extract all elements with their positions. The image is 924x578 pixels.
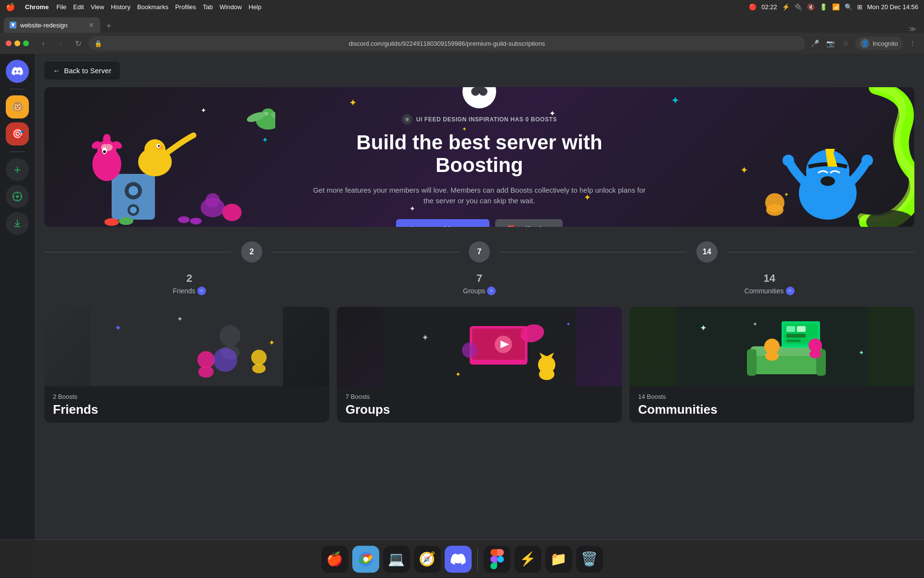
svg-point-87 (765, 351, 779, 361)
dock-chrome[interactable] (352, 546, 379, 573)
tier-friends-plus[interactable]: + (197, 287, 206, 295)
menu-history[interactable]: History (111, 3, 130, 11)
sidebar-server-1[interactable]: 🐵 (6, 95, 29, 118)
tab-expand-btn[interactable]: ≫ (909, 25, 920, 33)
sidebar-download[interactable] (6, 212, 29, 235)
active-tab[interactable]: website-redesign ✕ (4, 17, 100, 33)
sidebar-discord-home[interactable] (6, 60, 29, 83)
main-content: ← Back to Server ✦ ✦ ✦ ✦ ✦ ✦ ✦ ✦ ✦ ✦ (35, 54, 924, 578)
hero-description: Get more features your members will love… (311, 185, 648, 207)
dock-figma[interactable] (484, 546, 511, 573)
dock-safari[interactable]: 🧭 (414, 546, 441, 573)
macos-dock: 🍎 💻 🧭 ⚡ 📁 🗑️ (0, 539, 924, 578)
dock-trash[interactable]: 🗑️ (576, 546, 603, 573)
macos-menubar: 🍎 Chrome File Edit View History Bookmark… (0, 0, 924, 13)
friends-art-svg: ✦ ✦ ✦ (44, 307, 329, 386)
tier-node-1: 2 (241, 241, 262, 263)
close-traffic-light[interactable] (6, 40, 12, 46)
tier-card-friends-boosts: 2 Boosts (53, 393, 321, 400)
left-illustration (44, 87, 275, 227)
menu-bookmarks[interactable]: Bookmarks (137, 3, 168, 11)
back-to-server-btn[interactable]: ← Back to Server (44, 62, 120, 79)
tier-card-groups-art: ✦ ✦ ✦ (337, 307, 622, 386)
tier-communities-plus[interactable]: + (786, 287, 795, 295)
back-btn-label: Back to Server (64, 66, 111, 75)
mute-icon: 🔇 (807, 3, 815, 11)
svg-text:✦: ✦ (700, 323, 707, 333)
forward-nav-btn[interactable]: › (54, 37, 67, 50)
tier-label-communities: 14 Communities + (624, 272, 914, 295)
hero-center-content: UI FEED DESIGN INSPIRATION HAS 0 BOOSTS … (311, 87, 648, 227)
gift-icon: 🎁 (507, 225, 516, 227)
menu-help[interactable]: Help (249, 3, 262, 11)
svg-point-42 (766, 204, 783, 216)
battery-full-icon: 🔋 (820, 3, 827, 11)
dock-discord[interactable] (445, 546, 472, 573)
mic-icon[interactable]: 🎤 (809, 38, 821, 49)
svg-text:✦: ✦ (566, 321, 571, 328)
menu-edit[interactable]: Edit (73, 3, 84, 11)
address-field[interactable] (89, 36, 805, 51)
refresh-btn[interactable]: ↻ (71, 37, 85, 50)
back-nav-btn[interactable]: ‹ (37, 37, 50, 50)
tier-groups-plus[interactable]: + (487, 287, 496, 295)
tier-cards-grid: ✦ ✦ ✦ 2 Boosts Friends (44, 307, 914, 422)
tab-close-btn[interactable]: ✕ (89, 21, 94, 29)
svg-point-32 (190, 218, 202, 224)
svg-point-17 (144, 139, 166, 160)
sidebar-server-2[interactable]: 🎯 (6, 122, 29, 145)
tier-card-communities: ✦ ✦ ✦ 14 Boosts Communities (629, 307, 914, 422)
menu-view[interactable]: View (90, 3, 104, 11)
tier-card-groups-info: 7 Boosts Groups (337, 386, 622, 422)
svg-text:✦: ✦ (115, 323, 122, 333)
more-options-icon[interactable]: ⋮ (907, 38, 918, 49)
tier-label-groups-num: 7 (334, 272, 625, 285)
tier-card-friends-art: ✦ ✦ ✦ (44, 307, 329, 386)
clock-display: Mon 20 Dec 14:56 (867, 3, 918, 11)
star-icon[interactable]: ☆ (840, 38, 851, 49)
svg-rect-82 (786, 326, 795, 332)
tier-label-friends: 2 Friends + (44, 272, 334, 295)
boost-server-btn[interactable]: Boost this server (396, 219, 490, 227)
gift-nitro-btn[interactable]: 🎁 Gift Nitro (495, 219, 563, 227)
dock-terminal[interactable]: 💻 (383, 546, 410, 573)
tier-card-communities-boosts: 14 Boosts (638, 393, 906, 400)
menu-window[interactable]: Window (219, 3, 242, 11)
svg-point-68 (539, 368, 554, 380)
svg-text:✦: ✦ (177, 315, 183, 323)
apple-menu[interactable]: 🍎 (6, 2, 15, 12)
svg-point-31 (178, 216, 190, 223)
menubar-right: 🔴 02:22 ⚡ 🔌 🔇 🔋 📶 🔍 ⊞ Mon 20 Dec 14:56 (749, 3, 918, 11)
tier-node-3: 14 (696, 241, 718, 263)
tier-label-friends-num: 2 (44, 272, 334, 285)
camera-off-icon[interactable]: 📷 (824, 38, 836, 49)
tier-label-groups-name: Groups + (334, 287, 625, 295)
tier-card-friends-info: 2 Boosts Friends (44, 386, 329, 422)
sparkle-4: ✦ (671, 94, 680, 107)
maximize-traffic-light[interactable] (23, 40, 29, 46)
dock-files[interactable]: 📁 (545, 546, 572, 573)
dock-separator (477, 548, 478, 571)
minimize-traffic-light[interactable] (14, 40, 20, 46)
svg-text:✦: ✦ (753, 321, 757, 328)
tier-node-2-label: 7 (477, 248, 482, 256)
svg-point-5 (128, 186, 138, 196)
sidebar-discover[interactable] (6, 185, 29, 208)
svg-point-55 (251, 350, 267, 365)
menu-file[interactable]: File (56, 3, 66, 11)
svg-point-37 (821, 176, 835, 186)
new-tab-btn[interactable]: + (102, 19, 116, 33)
menu-tab[interactable]: Tab (203, 3, 213, 11)
svg-point-51 (219, 325, 241, 346)
dock-bolt[interactable]: ⚡ (514, 546, 541, 573)
discord-sidebar: 🐵 🎯 + (0, 54, 35, 578)
svg-rect-83 (797, 326, 806, 332)
groups-art-svg: ✦ ✦ ✦ (337, 307, 622, 386)
sidebar-add-server[interactable]: + (6, 158, 29, 181)
tier-card-communities-info: 14 Boosts Communities (629, 386, 914, 422)
svg-point-56 (252, 364, 266, 373)
svg-point-38 (783, 155, 794, 166)
dock-finder[interactable]: 🍎 (321, 546, 348, 573)
menu-profiles[interactable]: Profiles (175, 3, 196, 11)
profile-btn[interactable]: 👤 Incognito (855, 37, 903, 50)
